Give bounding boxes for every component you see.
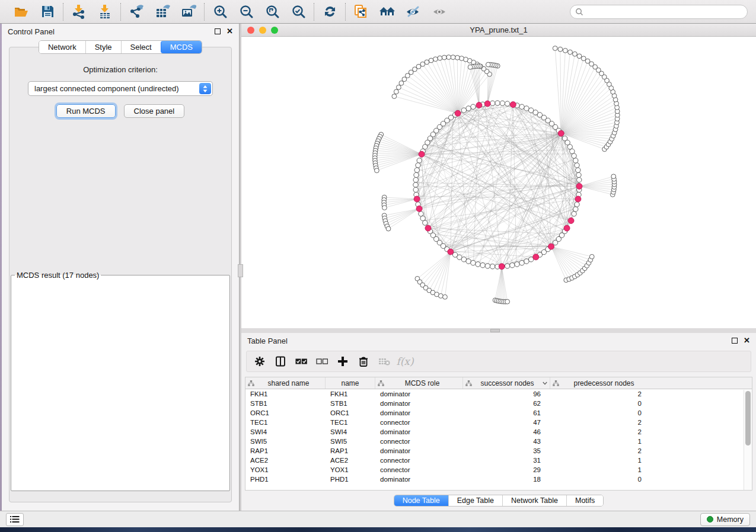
network-node[interactable]	[460, 56, 464, 61]
splitter-grip[interactable]	[490, 329, 500, 332]
network-node[interactable]	[396, 85, 401, 89]
table-row[interactable]: FKH1FKH1dominator962	[245, 389, 752, 399]
network-hub-node[interactable]	[416, 206, 422, 211]
search-input[interactable]	[570, 5, 748, 19]
network-node[interactable]	[510, 263, 515, 268]
network-node[interactable]	[451, 55, 455, 60]
tab-mcds[interactable]: MCDS	[161, 41, 202, 53]
network-node[interactable]	[455, 55, 460, 60]
network-hub-node[interactable]	[448, 249, 454, 255]
network-node[interactable]	[414, 168, 419, 172]
splitter-grip[interactable]	[238, 264, 243, 277]
zoom-out-button[interactable]	[238, 4, 254, 20]
network-node[interactable]	[438, 294, 443, 299]
network-node[interactable]	[413, 187, 418, 192]
network-window-titlebar[interactable]: YPA_prune.txt_1	[241, 24, 756, 37]
network-node[interactable]	[419, 211, 423, 216]
network-hub-node[interactable]	[576, 183, 582, 189]
network-node[interactable]	[429, 58, 433, 63]
tab-select[interactable]: Select	[121, 41, 161, 53]
network-node[interactable]	[495, 101, 500, 105]
zoom-fit-button[interactable]	[264, 4, 280, 20]
network-node[interactable]	[416, 163, 420, 168]
network-node[interactable]	[486, 62, 490, 67]
run-mcds-button[interactable]: Run MCDS	[56, 104, 116, 118]
float-panel-icon[interactable]	[215, 28, 221, 34]
network-node[interactable]	[577, 54, 582, 59]
network-hub-node[interactable]	[564, 225, 570, 231]
network-hub-node[interactable]	[548, 243, 554, 249]
tab-motifs[interactable]: Motifs	[566, 495, 603, 506]
deselect-all-icon[interactable]	[315, 354, 329, 368]
clone-network-button[interactable]	[353, 4, 369, 20]
network-node[interactable]	[573, 158, 578, 163]
network-node[interactable]	[443, 294, 448, 299]
network-graph[interactable]	[241, 37, 756, 328]
column-header-predecessor-nodes[interactable]: predecessor nodes	[550, 377, 651, 389]
network-node[interactable]	[505, 264, 509, 268]
vertical-splitter[interactable]	[239, 24, 241, 511]
network-node[interactable]	[392, 94, 397, 99]
table-scrollbar[interactable]	[744, 390, 752, 490]
export-table-button[interactable]	[154, 4, 171, 20]
network-node[interactable]	[414, 172, 419, 177]
show-panels-button[interactable]	[6, 513, 24, 526]
network-node[interactable]	[573, 207, 578, 211]
table-row[interactable]: RAP1RAP1dominator352	[245, 446, 752, 456]
network-node[interactable]	[524, 106, 529, 111]
network-node[interactable]	[423, 220, 428, 225]
table-row[interactable]: ORC1ORC1dominator610	[245, 408, 752, 418]
network-node[interactable]	[446, 55, 451, 60]
save-session-button[interactable]	[39, 4, 56, 20]
network-node[interactable]	[611, 174, 616, 179]
network-node[interactable]	[500, 101, 505, 105]
tab-node-table[interactable]: Node Table	[394, 495, 448, 506]
hide-selected-button[interactable]	[405, 4, 422, 20]
refresh-button[interactable]	[321, 4, 338, 20]
network-node[interactable]	[490, 101, 495, 105]
network-node[interactable]	[485, 264, 490, 268]
network-node[interactable]	[402, 77, 407, 82]
network-node[interactable]	[382, 206, 387, 210]
column-header-successor-nodes[interactable]: successor nodes	[463, 377, 550, 389]
network-node[interactable]	[386, 226, 391, 231]
show-all-button[interactable]	[431, 4, 448, 20]
network-node[interactable]	[524, 259, 529, 264]
network-node[interactable]	[572, 153, 576, 158]
delete-column-icon[interactable]	[356, 354, 371, 368]
network-node[interactable]	[576, 172, 581, 177]
network-hub-node[interactable]	[419, 151, 425, 157]
network-hub-node[interactable]	[575, 196, 581, 202]
network-node[interactable]	[577, 177, 582, 182]
network-node[interactable]	[490, 264, 495, 269]
horizontal-splitter[interactable]	[241, 328, 756, 333]
network-node[interactable]	[568, 50, 573, 55]
zoom-selected-button[interactable]	[290, 4, 307, 20]
network-node[interactable]	[515, 262, 519, 267]
close-panel-icon[interactable]: ✕	[227, 28, 233, 34]
close-panel-icon[interactable]: ✕	[744, 338, 750, 344]
network-node[interactable]	[413, 182, 418, 187]
first-neighbors-button[interactable]	[379, 4, 395, 20]
export-image-button[interactable]	[180, 4, 197, 20]
network-hub-node[interactable]	[484, 101, 490, 107]
network-node[interactable]	[553, 46, 557, 51]
network-node[interactable]	[519, 261, 524, 265]
table-row[interactable]: STB1STB1dominator620	[245, 399, 752, 408]
network-node[interactable]	[405, 73, 410, 78]
network-node[interactable]	[589, 254, 594, 259]
network-node[interactable]	[585, 59, 590, 63]
network-node[interactable]	[480, 263, 485, 268]
network-hub-node[interactable]	[476, 102, 482, 108]
network-node[interactable]	[417, 158, 422, 163]
export-network-button[interactable]	[128, 4, 145, 20]
show-column-icon[interactable]	[273, 354, 288, 368]
network-node[interactable]	[573, 52, 578, 56]
memory-button[interactable]: Memory	[700, 513, 750, 526]
network-hub-node[interactable]	[455, 110, 461, 116]
network-node[interactable]	[471, 261, 476, 265]
tab-network-table[interactable]: Network Table	[502, 495, 566, 506]
network-node[interactable]	[562, 136, 567, 140]
column-header-shared-name[interactable]: shared name	[245, 377, 326, 389]
import-table-button[interactable]	[97, 4, 113, 20]
